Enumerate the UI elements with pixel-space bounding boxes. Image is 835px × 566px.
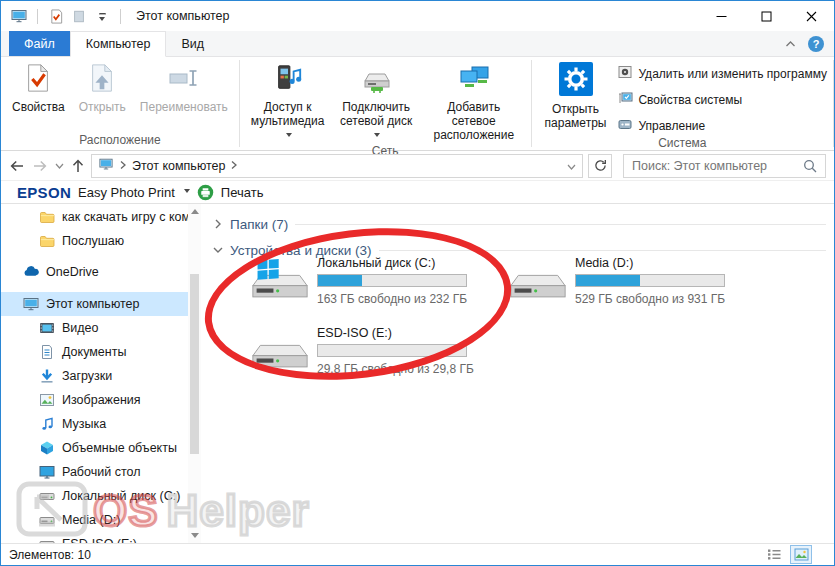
tab-computer[interactable]: Компьютер xyxy=(70,31,167,57)
ribbon-divider xyxy=(833,60,834,147)
rename-button[interactable]: Переименовать xyxy=(133,57,235,114)
drive-name: ESD-ISO (E:) xyxy=(317,326,474,340)
sidebar-item-drive-c[interactable]: Локальный диск (C:) xyxy=(1,484,201,508)
open-settings-button[interactable]: Открыть параметры xyxy=(538,57,614,130)
navigation-pane: как скачать игру с комп Послушаю OneDriv… xyxy=(1,204,201,543)
drive-free-space: 163 ГБ свободно из 232 ГБ xyxy=(317,292,467,306)
drive-free-space: 29,8 ГБ свободно из 29,8 ГБ xyxy=(317,362,474,376)
usage-bar xyxy=(317,274,467,287)
sidebar-item-folder[interactable]: Послушаю xyxy=(1,229,201,253)
breadcrumb-chevron-icon[interactable] xyxy=(230,159,238,173)
media-server-icon xyxy=(273,62,303,97)
media-access-button[interactable]: Доступ к мультимедиа xyxy=(244,57,332,143)
search-icon[interactable] xyxy=(803,159,817,173)
search-input[interactable]: Поиск: Этот компьютер xyxy=(623,154,826,178)
window-title: Этот компьютер xyxy=(136,9,229,23)
back-icon[interactable] xyxy=(7,155,27,177)
sidebar-item-3d-objects[interactable]: Объемные объекты xyxy=(1,436,201,460)
maximize-button[interactable] xyxy=(744,1,789,31)
drive-icon xyxy=(251,328,309,377)
ribbon-group-system: Открыть параметры Удалить или изменить п… xyxy=(532,57,833,150)
sidebar-item-pictures[interactable]: Изображения xyxy=(1,388,201,412)
sidebar-item-onedrive[interactable]: OneDrive xyxy=(1,260,201,284)
sidebar-item-this-pc[interactable]: Этот компьютер xyxy=(1,292,201,316)
system-properties-button[interactable]: Свойства системы xyxy=(617,90,827,109)
map-network-drive-button[interactable]: Подключить сетевой диск xyxy=(331,57,420,143)
thumbnails-view-icon[interactable] xyxy=(790,545,812,564)
drive-tile-d[interactable]: Media (D:) 529 ГБ свободно из 931 ГБ xyxy=(509,256,761,307)
address-dropdown-icon[interactable] xyxy=(567,159,576,173)
print-button[interactable]: Печать xyxy=(221,185,264,200)
sidebar-item-documents[interactable]: Документы xyxy=(1,340,201,364)
properties-quick-icon[interactable] xyxy=(46,5,66,27)
refresh-icon[interactable] xyxy=(588,154,612,178)
recent-locations-icon[interactable] xyxy=(53,155,65,177)
close-button[interactable] xyxy=(789,1,834,31)
usage-bar xyxy=(575,274,725,287)
properties-button[interactable]: Свойства xyxy=(5,57,72,114)
scroll-up-icon[interactable] xyxy=(191,209,199,214)
print-icon[interactable] xyxy=(197,184,214,201)
drive-name: Локальный диск (C:) xyxy=(317,256,467,270)
drive-icon-windows xyxy=(251,258,309,307)
up-icon[interactable] xyxy=(68,155,88,177)
usage-fill xyxy=(576,275,640,286)
open-button[interactable]: Открыть xyxy=(72,57,133,114)
dropdown-caret-icon[interactable] xyxy=(184,189,190,196)
quick-access-toolbar xyxy=(1,1,126,31)
sidebar-item-downloads[interactable]: Загрузки xyxy=(1,364,201,388)
sidebar-item-desktop[interactable]: Рабочий стол xyxy=(1,460,201,484)
chevron-right-icon[interactable] xyxy=(213,217,223,232)
system-properties-icon xyxy=(617,90,633,109)
group-label-system: Система xyxy=(532,135,833,153)
window-controls xyxy=(699,1,834,31)
dropdown-caret-icon xyxy=(374,133,380,140)
forward-icon[interactable] xyxy=(30,155,50,177)
ribbon: Свойства Открыть Переименовать Расположе… xyxy=(1,57,834,151)
program-icon xyxy=(617,64,633,83)
drive-icon xyxy=(39,512,55,528)
navigation-bar: Этот компьютер Поиск: Этот компьютер xyxy=(1,151,834,180)
music-icon xyxy=(39,416,55,432)
breadcrumb-chevron-icon[interactable] xyxy=(119,159,127,173)
divider xyxy=(37,9,38,24)
sidebar-item-folder[interactable]: как скачать игру с комп xyxy=(1,205,201,229)
breadcrumb[interactable]: Этот компьютер xyxy=(132,159,225,173)
epson-app-name[interactable]: Easy Photo Print xyxy=(78,185,175,200)
sidebar-item-videos[interactable]: Видео xyxy=(1,316,201,340)
file-list-area: Папки (7) Устройства и диски (3) Локальн… xyxy=(201,204,834,543)
drive-tile-c[interactable]: Локальный диск (C:) 163 ГБ свободно из 2… xyxy=(251,256,503,307)
sidebar-item-drive-d[interactable]: Media (D:) xyxy=(1,508,201,532)
details-view-icon[interactable] xyxy=(763,545,785,564)
scrollbar-thumb[interactable] xyxy=(190,274,199,454)
help-icon[interactable]: ? xyxy=(808,36,824,52)
uninstall-program-button[interactable]: Удалить или изменить программу xyxy=(617,64,827,83)
sidebar-item-music[interactable]: Музыка xyxy=(1,412,201,436)
group-header-folders[interactable]: Папки (7) xyxy=(213,214,828,234)
drive-icon xyxy=(509,258,567,307)
properties-icon xyxy=(23,62,53,97)
group-label-location: Расположение xyxy=(1,132,239,150)
sidebar-item-drive-e[interactable]: ESD-ISO (E:) xyxy=(1,532,201,543)
customize-toolbar-icon[interactable] xyxy=(92,5,112,27)
drive-icon xyxy=(39,488,55,504)
minimize-button[interactable] xyxy=(699,1,744,31)
title-bar: Этот компьютер xyxy=(1,1,834,31)
rename-icon xyxy=(168,62,200,97)
new-folder-quick-icon[interactable] xyxy=(69,5,89,27)
scroll-down-icon[interactable] xyxy=(191,533,199,538)
drive-tile-e[interactable]: ESD-ISO (E:) 29,8 ГБ свободно из 29,8 ГБ xyxy=(251,326,503,377)
add-network-location-button[interactable]: Добавить сетевое расположение xyxy=(421,57,527,143)
tab-view[interactable]: Вид xyxy=(166,31,219,56)
divider xyxy=(120,9,121,24)
folder-icon xyxy=(39,233,55,249)
collapse-ribbon-icon[interactable] xyxy=(785,37,796,51)
address-bar[interactable]: Этот компьютер xyxy=(91,154,583,178)
sidebar-scrollbar[interactable] xyxy=(188,204,201,543)
items-count: Элементов: 10 xyxy=(9,548,91,562)
chevron-down-icon[interactable] xyxy=(213,243,223,258)
cube-icon xyxy=(39,440,55,456)
tab-file[interactable]: Файл xyxy=(9,31,70,56)
manage-button[interactable]: Управление xyxy=(617,116,827,135)
manage-icon xyxy=(617,116,633,135)
